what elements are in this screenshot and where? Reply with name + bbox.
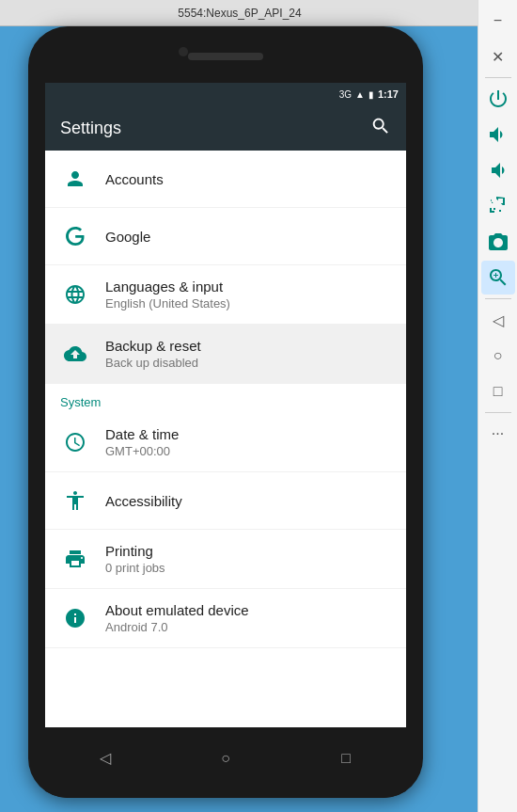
app-bar-title: Settings [60,119,121,138]
phone-speaker [188,53,263,60]
accessibility-title: Accessibility [105,493,391,509]
recents-nav-button[interactable]: □ [332,744,360,772]
languages-subtitle: English (United States) [105,296,391,310]
phone-camera [179,47,188,56]
volume-down-button[interactable] [481,153,515,187]
settings-item-accounts[interactable]: Accounts [45,151,406,208]
google-text: Google [105,229,391,245]
nav-bar: ◁ ○ □ [45,727,406,798]
phone-device: 3G ▲ ▮ 1:17 Settings Accounts [28,26,423,798]
back-nav-button[interactable]: ◁ [91,744,119,772]
volume-up-button[interactable] [481,118,515,151]
settings-item-about[interactable]: About emulated device Android 7.0 [45,589,406,648]
languages-text: Languages & input English (United States… [105,279,391,310]
datetime-icon [60,427,90,457]
datetime-title: Date & time [105,426,391,442]
close-button[interactable]: ✕ [481,40,515,73]
settings-item-datetime[interactable]: Date & time GMT+00:00 [45,413,406,472]
zoom-button[interactable] [481,261,515,295]
accounts-title: Accounts [105,171,391,187]
toolbar-separator-1 [485,77,511,78]
toolbar-separator-3 [485,412,511,413]
backup-subtitle: Back up disabled [105,356,391,370]
phone-screen: 3G ▲ ▮ 1:17 Settings Accounts [45,83,406,727]
about-text: About emulated device Android 7.0 [105,602,391,634]
system-section-header: System [45,384,406,413]
right-toolbar: − ✕ ◁ ○ □ ··· [478,0,517,812]
settings-item-accessibility[interactable]: Accessibility [45,472,406,530]
rotate-button[interactable] [481,189,515,223]
google-icon [60,221,90,251]
settings-item-printing[interactable]: Printing 0 print jobs [45,530,406,589]
title-bar: 5554:Nexus_6P_API_24 [0,0,479,26]
datetime-subtitle: GMT+00:00 [105,444,391,458]
about-subtitle: Android 7.0 [105,620,391,634]
status-time: 1:17 [378,88,399,100]
backup-title: Backup & reset [105,338,391,354]
about-icon [60,603,90,633]
settings-item-languages[interactable]: Languages & input English (United States… [45,265,406,325]
accounts-text: Accounts [105,171,391,187]
google-title: Google [105,229,391,245]
printing-text: Printing 0 print jobs [105,543,391,575]
accessibility-text: Accessibility [105,493,391,509]
settings-list: Accounts Google La [45,151,406,727]
minimize-button[interactable]: − [481,4,515,38]
title-bar-text: 5554:Nexus_6P_API_24 [178,7,301,20]
backup-text: Backup & reset Back up disabled [105,338,391,370]
home-nav-button[interactable]: ○ [212,744,240,772]
nav-home-button[interactable]: ○ [481,339,515,373]
more-options-button[interactable]: ··· [481,417,515,451]
datetime-text: Date & time GMT+00:00 [105,426,391,458]
battery-icon: ▮ [368,89,374,100]
toolbar-separator-2 [485,298,511,299]
nav-back-button[interactable]: ◁ [481,303,515,337]
network-indicator: 3G [339,89,352,100]
accessibility-icon [60,486,90,516]
backup-icon [60,339,90,369]
settings-item-backup[interactable]: Backup & reset Back up disabled [45,325,406,384]
languages-title: Languages & input [105,279,391,295]
accounts-icon [60,164,90,194]
printing-icon [60,544,90,574]
language-icon [60,279,90,310]
search-icon[interactable] [370,116,391,141]
settings-item-google[interactable]: Google [45,208,406,265]
nav-recents-button[interactable]: □ [481,374,515,408]
printing-title: Printing [105,543,391,559]
signal-icon: ▲ [355,89,365,100]
screenshot-button[interactable] [481,225,515,259]
printing-subtitle: 0 print jobs [105,561,391,575]
about-title: About emulated device [105,602,391,618]
status-bar: 3G ▲ ▮ 1:17 [45,83,406,105]
power-button[interactable] [481,82,515,116]
app-bar: Settings [45,105,406,151]
